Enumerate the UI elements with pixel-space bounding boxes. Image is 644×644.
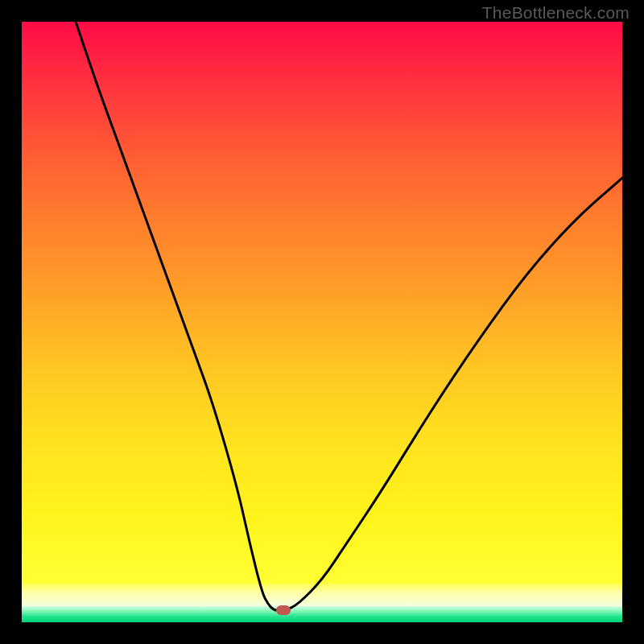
optimum-marker [276,605,291,615]
chart-frame: TheBottleneck.com [0,0,644,644]
bottleneck-curve [22,22,622,622]
watermark-text: TheBottleneck.com [482,3,630,23]
plot-area [22,22,622,622]
